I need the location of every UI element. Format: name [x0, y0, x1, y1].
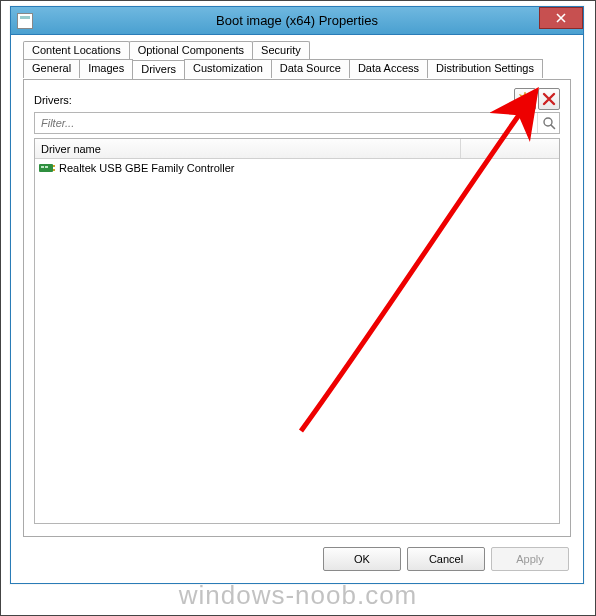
window-title: Boot image (x64) Properties: [11, 13, 583, 28]
tab-drivers[interactable]: Drivers: [132, 60, 185, 79]
search-icon: [542, 116, 556, 130]
button-label: OK: [354, 553, 370, 565]
column-header-driver-name[interactable]: Driver name: [41, 139, 461, 158]
drivers-list[interactable]: Driver name Realtek USB G: [34, 138, 560, 524]
dialog-button-row: OK Cancel Apply: [323, 547, 569, 571]
apply-button: Apply: [491, 547, 569, 571]
watermark-text: windows-noob.com: [1, 580, 595, 611]
tab-security[interactable]: Security: [252, 41, 310, 59]
remove-driver-button[interactable]: [538, 88, 560, 110]
delete-x-icon: [542, 92, 556, 106]
properties-dialog: Boot image (x64) Properties Content Loca…: [10, 6, 584, 584]
ok-button[interactable]: OK: [323, 547, 401, 571]
filter-search-button[interactable]: [537, 113, 559, 133]
svg-rect-4: [41, 166, 44, 168]
tab-strip: Content Locations Optional Components Se…: [23, 41, 571, 78]
starburst-icon: [518, 92, 532, 106]
title-bar[interactable]: Boot image (x64) Properties: [11, 7, 583, 35]
svg-rect-6: [53, 165, 55, 167]
svg-rect-7: [53, 169, 55, 171]
cancel-button[interactable]: Cancel: [407, 547, 485, 571]
driver-row[interactable]: Realtek USB GBE Family Controller: [35, 159, 559, 177]
tab-customization[interactable]: Customization: [184, 59, 272, 78]
drivers-list-header[interactable]: Driver name: [35, 139, 559, 159]
filter-input[interactable]: [35, 117, 537, 129]
tab-label: Distribution Settings: [436, 62, 534, 74]
tab-label: Data Source: [280, 62, 341, 74]
driver-icon: [39, 161, 55, 175]
svg-marker-0: [518, 92, 532, 106]
drivers-toolbar: [514, 88, 560, 110]
close-button[interactable]: [539, 7, 583, 29]
tab-general[interactable]: General: [23, 59, 80, 78]
tab-optional-components[interactable]: Optional Components: [129, 41, 253, 59]
svg-line-2: [551, 125, 555, 129]
tab-label: Content Locations: [32, 44, 121, 56]
button-label: Cancel: [429, 553, 463, 565]
tab-label: Optional Components: [138, 44, 244, 56]
tab-row-1: Content Locations Optional Components Se…: [23, 41, 571, 59]
tab-data-access[interactable]: Data Access: [349, 59, 428, 78]
tab-label: Data Access: [358, 62, 419, 74]
tab-distribution-settings[interactable]: Distribution Settings: [427, 59, 543, 78]
tab-panel-drivers: Drivers:: [23, 79, 571, 537]
add-driver-button[interactable]: [514, 88, 536, 110]
tab-label: General: [32, 62, 71, 74]
svg-rect-5: [45, 166, 48, 168]
drivers-section-label: Drivers:: [34, 94, 72, 106]
dialog-client-area: Content Locations Optional Components Se…: [11, 35, 583, 583]
tab-label: Security: [261, 44, 301, 56]
tab-label: Images: [88, 62, 124, 74]
tab-label: Customization: [193, 62, 263, 74]
close-icon: [556, 13, 566, 23]
driver-name-cell: Realtek USB GBE Family Controller: [59, 162, 234, 174]
tab-row-2: General Images Drivers Customization Dat…: [23, 59, 571, 78]
filter-box: [34, 112, 560, 134]
tab-label: Drivers: [141, 63, 176, 75]
tab-images[interactable]: Images: [79, 59, 133, 78]
tab-data-source[interactable]: Data Source: [271, 59, 350, 78]
screenshot-frame: Boot image (x64) Properties Content Loca…: [0, 0, 596, 616]
button-label: Apply: [516, 553, 544, 565]
tab-content-locations[interactable]: Content Locations: [23, 41, 130, 59]
